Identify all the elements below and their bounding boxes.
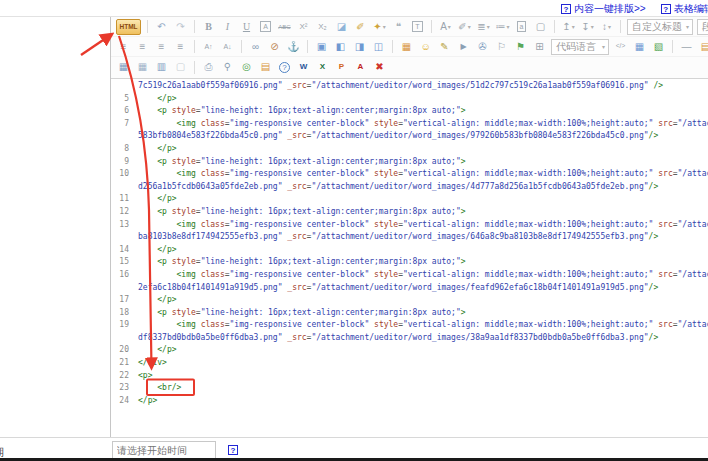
line-number: 24	[111, 395, 134, 408]
source-button[interactable]: HTML	[116, 19, 141, 35]
insert-frame-icon[interactable]: ⊞	[530, 38, 549, 55]
page-break-icon[interactable]: ▢	[171, 59, 190, 76]
insert-code-icon[interactable]: </>	[611, 38, 630, 55]
undo-icon[interactable]: ↶	[152, 18, 171, 35]
drafts-icon[interactable]: ▤	[256, 59, 275, 76]
insert-table-icon[interactable]: ▦	[114, 59, 133, 76]
help-icon[interactable]: ?	[275, 59, 294, 76]
font-border-icon[interactable]: A	[256, 18, 275, 35]
font-color-icon[interactable]: A▾	[436, 18, 455, 35]
horizontal-rule-icon[interactable]: —	[677, 38, 696, 55]
paragraph-select[interactable]: 段落▾	[697, 19, 708, 35]
underline-icon[interactable]: U	[237, 18, 256, 35]
search-replace-icon[interactable]: ◎	[237, 59, 256, 76]
insert-video-icon[interactable]: ▶	[454, 38, 473, 55]
row-spacing-top-icon[interactable]: ↥▾	[559, 18, 578, 35]
edit-table-icon[interactable]: ▦	[630, 38, 649, 55]
auto-typeset-icon[interactable]: ✦▾	[370, 18, 389, 35]
font-size-down-icon[interactable]: A↓	[218, 38, 237, 55]
unordered-list-icon[interactable]: ≔▾	[493, 18, 512, 35]
line-height-icon[interactable]: ↕▾	[597, 18, 616, 35]
code-line: ba8103b8e8df174942555efb3.png" _src="/at…	[111, 231, 708, 244]
paste-plain-icon[interactable]: T	[408, 18, 427, 35]
code-line: 16 <img class="img-responsive center-blo…	[111, 269, 708, 282]
chevron-down-icon: ▾	[686, 23, 689, 30]
delete-table-icon[interactable]: ▦	[133, 59, 152, 76]
toolbar-row: HTML↶↷BIUAABCX²X₂◪✐✦▾❝TA▾✐▾≣▾≔▾a▢↥▾↧▾↕▾自…	[111, 17, 708, 37]
line-number: 23	[111, 382, 134, 395]
redo-icon[interactable]: ↷	[171, 18, 190, 35]
excel-icon[interactable]: X	[313, 59, 332, 76]
background-color-icon[interactable]: ✐▾	[455, 18, 474, 35]
align-justify-icon[interactable]: ≡	[171, 38, 190, 55]
line-number	[111, 80, 134, 93]
ordered-list-icon[interactable]: ≣▾	[474, 18, 493, 35]
row-spacing-bottom-icon[interactable]: ↧▾	[578, 18, 597, 35]
font-size-up-icon[interactable]: A↑	[199, 38, 218, 55]
chevron-down-icon: ▾	[383, 23, 386, 30]
subscript-icon[interactable]: X₂	[313, 18, 332, 35]
image-manager-icon[interactable]: ▧	[649, 38, 668, 55]
toolbar-row: ≡≡≡≡A↑A↓∞⊘⚓▣◧◨◫▦☺✎▶✇⚐⚑⊞代码语言▾</>▦▧—▤◷Ω⊠❐	[111, 37, 708, 57]
code-line: 22<p>	[111, 370, 708, 383]
image-none-icon[interactable]: ▣	[312, 38, 331, 55]
image-left-icon[interactable]: ◧	[331, 38, 350, 55]
top-link-0[interactable]: ?内容一键排版>>	[561, 2, 646, 16]
select-all-icon[interactable]: a	[512, 18, 531, 35]
date-icon[interactable]: ▤	[696, 38, 708, 55]
ppt-icon[interactable]: P	[332, 59, 351, 76]
field-help-icon[interactable]: ?	[228, 445, 238, 455]
insert-image-icon[interactable]: ▦	[397, 38, 416, 55]
align-center-icon[interactable]: ≡	[133, 38, 152, 55]
code-text: <img class="img-responsive center-block"…	[134, 168, 708, 181]
toolbar-separator	[147, 20, 148, 33]
print-icon[interactable]: ⎙	[199, 59, 218, 76]
emotion-icon[interactable]: ☺	[416, 38, 435, 55]
toolbar-row: ▦▦▥▢⎙⚲◎▤?WXPA✖	[111, 57, 708, 77]
strikethrough-icon[interactable]: ABC	[275, 18, 294, 35]
remove-format-icon[interactable]: ◪	[332, 18, 351, 35]
attachment-icon[interactable]: ✇	[473, 38, 492, 55]
code-line: 11 </p>	[111, 193, 708, 206]
table-props-icon[interactable]: ▥	[152, 59, 171, 76]
code-line: 21</div>	[111, 357, 708, 370]
unlink-icon[interactable]: ⊘	[265, 38, 284, 55]
code-language-select[interactable]: 代码语言▾	[551, 39, 609, 55]
toolbar-separator	[241, 40, 242, 53]
custom-style-select[interactable]: 自定义标题▾	[627, 19, 693, 35]
line-number: 9	[111, 156, 134, 169]
fullscreen-icon[interactable]: ✖	[370, 59, 389, 76]
code-text: ba8103b8e8df174942555efb3.png" _src="/at…	[134, 231, 658, 244]
code-line: d256a1b5fcdb0643a05fde2eb.png" _src="/at…	[111, 181, 708, 194]
scrawl-icon[interactable]: ✎	[435, 38, 454, 55]
align-left-icon[interactable]: ≡	[114, 38, 133, 55]
code-line: 20 </p>	[111, 344, 708, 357]
bold-icon[interactable]: B	[199, 18, 218, 35]
align-right-icon[interactable]: ≡	[152, 38, 171, 55]
google-map-icon[interactable]: ⚑	[511, 38, 530, 55]
code-line: 583bfb0804e583f226bda45c0.png" _src="/at…	[111, 130, 708, 143]
image-center-icon[interactable]: ◫	[369, 38, 388, 55]
superscript-icon[interactable]: X²	[294, 18, 313, 35]
blockquote-icon[interactable]: ❝	[389, 18, 408, 35]
image-right-icon[interactable]: ◨	[350, 38, 369, 55]
line-number: 19	[111, 319, 134, 332]
clear-doc-icon[interactable]: ▢	[531, 18, 550, 35]
paragraph-select-value: 段落	[702, 20, 708, 34]
source-code-area[interactable]: 7c519c26a1aab0f559af06916.png" _src="/at…	[111, 80, 708, 437]
pdf-icon[interactable]: A	[351, 59, 370, 76]
code-text: <img class="img-responsive center-block"…	[134, 219, 708, 232]
anchor-icon[interactable]: ⚓	[284, 38, 303, 55]
code-line: 23 <br/>	[111, 382, 708, 395]
line-number: 21	[111, 357, 134, 370]
chevron-down-icon: ▾	[572, 23, 575, 30]
top-link-1[interactable]: ?表格编辑数据	[661, 2, 708, 16]
code-text: <img class="img-responsive center-block"…	[134, 269, 708, 282]
map-icon[interactable]: ⚐	[492, 38, 511, 55]
link-icon[interactable]: ∞	[246, 38, 265, 55]
format-painter-icon[interactable]: ✐	[351, 18, 370, 35]
preview-icon[interactable]: ⚲	[218, 59, 237, 76]
start-time-input[interactable]	[112, 441, 216, 459]
word-import-icon[interactable]: W	[294, 59, 313, 76]
italic-icon[interactable]: I	[218, 18, 237, 35]
